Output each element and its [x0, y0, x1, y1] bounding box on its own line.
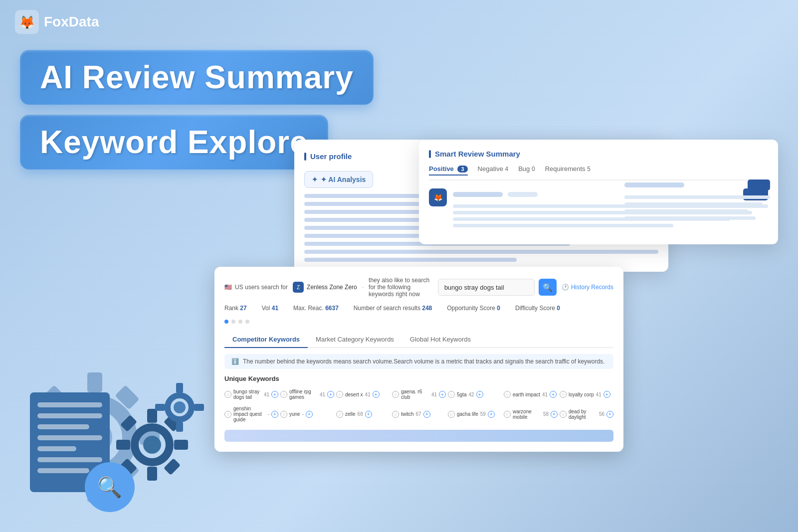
- tab-requirements[interactable]: Requirements 5: [545, 165, 591, 176]
- gear-small-icon: [155, 382, 204, 432]
- keyword-circle-icon: ○: [280, 411, 287, 418]
- history-records-link[interactable]: 🕐 History Records: [562, 284, 613, 291]
- keyword-add-button[interactable]: +: [476, 391, 483, 398]
- positive-badge: 3: [457, 166, 467, 173]
- keyword-num: 42: [468, 392, 474, 397]
- keyword-chip: ○ zelle 68 +: [336, 404, 390, 424]
- keyword-text: zelle: [345, 411, 356, 417]
- keyword-add-button[interactable]: +: [603, 391, 610, 398]
- keyword-num: -: [302, 411, 304, 417]
- history-icon: 🕐: [562, 284, 569, 291]
- keyword-text: 5gta: [457, 392, 466, 397]
- keyword-explore-title-box: Keyword Explore: [20, 115, 328, 170]
- keyword-search-button[interactable]: 🔍: [539, 279, 557, 296]
- fox-avatar-icon: 🦊: [432, 192, 443, 203]
- dot-3[interactable]: [238, 320, 242, 324]
- stat-vol: Vol 41: [262, 305, 278, 312]
- tab-global-hot-keywords[interactable]: Global Hot Keywords: [402, 332, 479, 348]
- smart-review-header: Smart Review Summary: [429, 150, 768, 158]
- review-line: [453, 224, 673, 227]
- keyword-add-button[interactable]: +: [550, 391, 557, 398]
- dot-4[interactable]: [245, 320, 249, 324]
- negative-count: 4: [505, 166, 509, 173]
- keyword-chip: ○ loyalty corp 41 +: [560, 387, 613, 401]
- info-text: The number behind the keywords means sea…: [243, 358, 604, 365]
- keyword-text: bungo stray dogs tail: [233, 389, 262, 400]
- review-tabs-row: Positive 3 Negative 4 Bug 0 Requirements…: [429, 165, 768, 180]
- svg-rect-18: [120, 415, 137, 432]
- keyword-circle-icon: ○: [448, 391, 455, 398]
- stat-search-results: Number of search results 248: [354, 305, 432, 312]
- user-profile-section-title: User profile: [304, 152, 352, 161]
- keyword-add-button[interactable]: +: [306, 411, 313, 418]
- dot-1[interactable]: [224, 320, 228, 324]
- keyword-add-button[interactable]: +: [271, 411, 278, 418]
- keyword-add-button[interactable]: +: [365, 411, 372, 418]
- ai-placeholder-line: [304, 250, 658, 254]
- svg-point-23: [174, 401, 186, 413]
- smart-review-title: Smart Review Summary: [435, 150, 520, 158]
- doc-line: [37, 413, 102, 418]
- keyword-circle-icon: ○: [280, 391, 287, 398]
- keyword-search-input[interactable]: [438, 279, 535, 296]
- keyword-num: 41: [431, 392, 437, 397]
- keyword-circle-icon: ○: [224, 391, 231, 398]
- svg-rect-24: [176, 383, 183, 393]
- doc-line: [37, 424, 89, 429]
- app-icon: Z: [293, 282, 304, 293]
- svg-rect-27: [194, 404, 204, 411]
- keyword-num: 58: [543, 411, 549, 417]
- country-flag-text: 🇺🇸 US users search for: [224, 284, 288, 291]
- keyword-add-button[interactable]: +: [488, 411, 495, 418]
- keyword-num: -: [268, 411, 269, 417]
- search-results-value: 248: [422, 305, 432, 312]
- ai-placeholder-line: [304, 258, 517, 262]
- keyword-explore-title-text: Keyword Explore: [40, 124, 308, 160]
- svg-point-13: [143, 436, 161, 454]
- keyword-num: 68: [358, 411, 363, 417]
- keyword-add-button[interactable]: +: [551, 411, 558, 418]
- decorative-gears: 🔍: [0, 283, 209, 532]
- ai-analysis-label: ✦ AI Analysis: [321, 176, 366, 183]
- keyword-chip: ○ desert x 41 +: [336, 387, 390, 401]
- keyword-add-button[interactable]: +: [423, 411, 430, 418]
- svg-text:🦊: 🦊: [19, 14, 35, 30]
- keyword-num: 41: [365, 392, 371, 397]
- max-reach-value: 6637: [325, 305, 339, 312]
- tab-market-category-keywords[interactable]: Market Category Keywords: [308, 332, 402, 348]
- keyword-text: yune: [289, 411, 300, 417]
- keyword-circle-icon: ○: [336, 391, 343, 398]
- keyword-text: warzone mobile: [513, 409, 541, 420]
- doc-line: [37, 435, 102, 440]
- tab-positive[interactable]: Positive 3: [429, 165, 468, 176]
- keyword-explore-card: 🇺🇸 US users search for Z Zenless Zone Ze…: [214, 267, 623, 452]
- keyword-chip: ○ gacha life 59 +: [448, 404, 502, 424]
- app-name: Zenless Zone Zero: [307, 284, 357, 291]
- keyword-circle-icon: ○: [392, 411, 399, 418]
- rank-value: 27: [240, 305, 246, 312]
- keyword-add-button[interactable]: +: [606, 411, 613, 418]
- reviewer-avatar: 🦊: [429, 188, 447, 206]
- search-magnifier-icon: 🔍: [85, 462, 135, 512]
- keyword-add-button[interactable]: +: [373, 391, 380, 398]
- svg-rect-26: [155, 404, 165, 411]
- keyword-chip: ○ offline rpg games 41 +: [280, 387, 334, 401]
- keyword-add-button[interactable]: +: [327, 391, 334, 398]
- keyword-num: 67: [416, 411, 421, 417]
- separator-text: ·: [362, 284, 364, 291]
- keyword-num: 56: [599, 411, 604, 417]
- stat-max-reach: Max. Reac. 6637: [293, 305, 339, 312]
- sparkle-icon: ✦: [312, 176, 318, 183]
- svg-rect-17: [174, 440, 188, 450]
- keyword-add-button[interactable]: +: [439, 391, 446, 398]
- tab-negative[interactable]: Negative 4: [478, 165, 509, 176]
- tab-bug[interactable]: Bug 0: [518, 165, 535, 176]
- reviewer-name-placeholder: [453, 192, 503, 197]
- keyword-chip: ○ genshin impact quest guide - +: [224, 404, 278, 424]
- ai-analysis-button[interactable]: ✦ ✦ AI Analysis: [304, 171, 373, 188]
- dot-2[interactable]: [231, 320, 235, 324]
- tab-competitor-keywords[interactable]: Competitor Keywords: [224, 332, 308, 348]
- keyword-add-button[interactable]: +: [271, 391, 278, 398]
- keyword-text: gacha life: [457, 411, 478, 417]
- review-col2: [616, 179, 778, 220]
